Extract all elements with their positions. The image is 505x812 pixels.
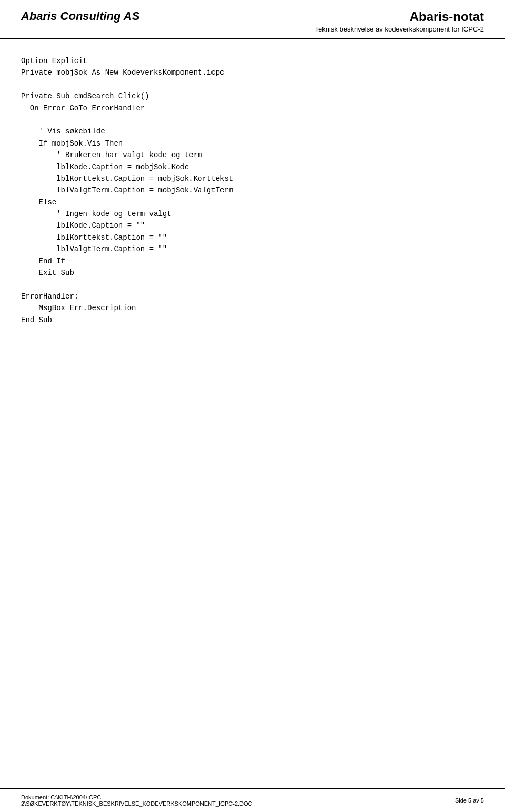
footer-left: Dokument: C:\KITH\2004\ICPC- 2\SØKEVERKT… [21,794,252,807]
page: Abaris Consulting AS Abaris-notat Teknis… [0,0,505,812]
doc-subtitle: Teknisk beskrivelse av kodeverkskomponen… [315,25,484,33]
company-name: Abaris Consulting AS [21,9,139,23]
header-left: Abaris Consulting AS [21,9,139,23]
footer-doc-line2: 2\SØKEVERKTØY\TEKNISK_BESKRIVELSE_KODEVE… [21,800,252,807]
main-content: Option Explicit Private mobjSok As New K… [0,39,505,368]
header-right: Abaris-notat Teknisk beskrivelse av kode… [315,9,484,33]
footer-page-number: Side 5 av 5 [455,797,484,804]
code-block: Option Explicit Private mobjSok As New K… [21,55,484,326]
header: Abaris Consulting AS Abaris-notat Teknis… [0,0,505,39]
footer-doc-line1: Dokument: C:\KITH\2004\ICPC- [21,794,252,800]
footer: Dokument: C:\KITH\2004\ICPC- 2\SØKEVERKT… [0,788,505,812]
doc-title: Abaris-notat [315,9,484,24]
